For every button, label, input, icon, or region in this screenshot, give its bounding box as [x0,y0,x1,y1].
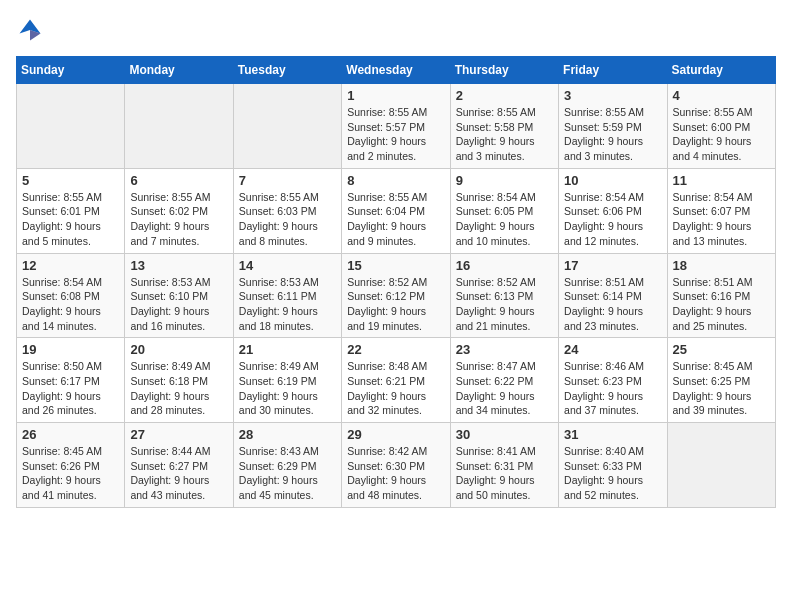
calendar-cell: 15Sunrise: 8:52 AM Sunset: 6:12 PM Dayli… [342,253,450,338]
day-number: 16 [456,258,553,273]
day-number: 25 [673,342,770,357]
day-detail: Sunrise: 8:55 AM Sunset: 6:01 PM Dayligh… [22,190,119,249]
day-detail: Sunrise: 8:46 AM Sunset: 6:23 PM Dayligh… [564,359,661,418]
day-detail: Sunrise: 8:45 AM Sunset: 6:25 PM Dayligh… [673,359,770,418]
calendar-cell: 25Sunrise: 8:45 AM Sunset: 6:25 PM Dayli… [667,338,775,423]
day-number: 11 [673,173,770,188]
calendar-cell: 3Sunrise: 8:55 AM Sunset: 5:59 PM Daylig… [559,84,667,169]
day-detail: Sunrise: 8:54 AM Sunset: 6:07 PM Dayligh… [673,190,770,249]
calendar-cell: 14Sunrise: 8:53 AM Sunset: 6:11 PM Dayli… [233,253,341,338]
day-detail: Sunrise: 8:55 AM Sunset: 5:57 PM Dayligh… [347,105,444,164]
day-detail: Sunrise: 8:51 AM Sunset: 6:16 PM Dayligh… [673,275,770,334]
day-detail: Sunrise: 8:45 AM Sunset: 6:26 PM Dayligh… [22,444,119,503]
calendar-week-row: 12Sunrise: 8:54 AM Sunset: 6:08 PM Dayli… [17,253,776,338]
day-detail: Sunrise: 8:55 AM Sunset: 6:03 PM Dayligh… [239,190,336,249]
day-detail: Sunrise: 8:44 AM Sunset: 6:27 PM Dayligh… [130,444,227,503]
day-number: 10 [564,173,661,188]
calendar-cell: 5Sunrise: 8:55 AM Sunset: 6:01 PM Daylig… [17,168,125,253]
weekday-header: Sunday [17,57,125,84]
calendar-cell: 7Sunrise: 8:55 AM Sunset: 6:03 PM Daylig… [233,168,341,253]
calendar-cell: 11Sunrise: 8:54 AM Sunset: 6:07 PM Dayli… [667,168,775,253]
calendar-cell: 28Sunrise: 8:43 AM Sunset: 6:29 PM Dayli… [233,423,341,508]
calendar-cell: 4Sunrise: 8:55 AM Sunset: 6:00 PM Daylig… [667,84,775,169]
weekday-header: Wednesday [342,57,450,84]
calendar-week-row: 19Sunrise: 8:50 AM Sunset: 6:17 PM Dayli… [17,338,776,423]
day-number: 5 [22,173,119,188]
day-detail: Sunrise: 8:52 AM Sunset: 6:12 PM Dayligh… [347,275,444,334]
calendar-table: SundayMondayTuesdayWednesdayThursdayFrid… [16,56,776,508]
day-detail: Sunrise: 8:43 AM Sunset: 6:29 PM Dayligh… [239,444,336,503]
day-detail: Sunrise: 8:55 AM Sunset: 6:04 PM Dayligh… [347,190,444,249]
calendar-cell: 29Sunrise: 8:42 AM Sunset: 6:30 PM Dayli… [342,423,450,508]
day-detail: Sunrise: 8:47 AM Sunset: 6:22 PM Dayligh… [456,359,553,418]
logo [16,16,48,44]
day-detail: Sunrise: 8:55 AM Sunset: 6:00 PM Dayligh… [673,105,770,164]
day-number: 13 [130,258,227,273]
calendar-cell: 16Sunrise: 8:52 AM Sunset: 6:13 PM Dayli… [450,253,558,338]
day-number: 29 [347,427,444,442]
day-number: 6 [130,173,227,188]
calendar-cell: 2Sunrise: 8:55 AM Sunset: 5:58 PM Daylig… [450,84,558,169]
logo-icon [16,16,44,44]
calendar-week-row: 26Sunrise: 8:45 AM Sunset: 6:26 PM Dayli… [17,423,776,508]
calendar-cell [125,84,233,169]
day-number: 3 [564,88,661,103]
calendar-cell: 19Sunrise: 8:50 AM Sunset: 6:17 PM Dayli… [17,338,125,423]
calendar-cell: 24Sunrise: 8:46 AM Sunset: 6:23 PM Dayli… [559,338,667,423]
calendar-cell: 1Sunrise: 8:55 AM Sunset: 5:57 PM Daylig… [342,84,450,169]
weekday-header: Saturday [667,57,775,84]
weekday-header: Tuesday [233,57,341,84]
day-detail: Sunrise: 8:55 AM Sunset: 5:58 PM Dayligh… [456,105,553,164]
calendar-cell: 8Sunrise: 8:55 AM Sunset: 6:04 PM Daylig… [342,168,450,253]
calendar-cell: 13Sunrise: 8:53 AM Sunset: 6:10 PM Dayli… [125,253,233,338]
day-number: 1 [347,88,444,103]
day-number: 24 [564,342,661,357]
day-detail: Sunrise: 8:54 AM Sunset: 6:06 PM Dayligh… [564,190,661,249]
day-detail: Sunrise: 8:54 AM Sunset: 6:08 PM Dayligh… [22,275,119,334]
calendar-cell [17,84,125,169]
day-number: 2 [456,88,553,103]
page-header [16,16,776,44]
day-detail: Sunrise: 8:51 AM Sunset: 6:14 PM Dayligh… [564,275,661,334]
calendar-cell: 31Sunrise: 8:40 AM Sunset: 6:33 PM Dayli… [559,423,667,508]
calendar-cell: 18Sunrise: 8:51 AM Sunset: 6:16 PM Dayli… [667,253,775,338]
calendar-cell: 27Sunrise: 8:44 AM Sunset: 6:27 PM Dayli… [125,423,233,508]
day-number: 4 [673,88,770,103]
day-detail: Sunrise: 8:49 AM Sunset: 6:18 PM Dayligh… [130,359,227,418]
calendar-cell [667,423,775,508]
weekday-header: Friday [559,57,667,84]
calendar-cell [233,84,341,169]
calendar-body: 1Sunrise: 8:55 AM Sunset: 5:57 PM Daylig… [17,84,776,508]
day-number: 27 [130,427,227,442]
day-number: 8 [347,173,444,188]
day-number: 7 [239,173,336,188]
calendar-cell: 30Sunrise: 8:41 AM Sunset: 6:31 PM Dayli… [450,423,558,508]
day-number: 18 [673,258,770,273]
calendar-cell: 22Sunrise: 8:48 AM Sunset: 6:21 PM Dayli… [342,338,450,423]
day-number: 21 [239,342,336,357]
weekday-header: Thursday [450,57,558,84]
day-detail: Sunrise: 8:50 AM Sunset: 6:17 PM Dayligh… [22,359,119,418]
day-detail: Sunrise: 8:55 AM Sunset: 6:02 PM Dayligh… [130,190,227,249]
day-number: 26 [22,427,119,442]
day-number: 19 [22,342,119,357]
calendar-cell: 10Sunrise: 8:54 AM Sunset: 6:06 PM Dayli… [559,168,667,253]
day-detail: Sunrise: 8:55 AM Sunset: 5:59 PM Dayligh… [564,105,661,164]
calendar-cell: 12Sunrise: 8:54 AM Sunset: 6:08 PM Dayli… [17,253,125,338]
day-number: 28 [239,427,336,442]
calendar-cell: 23Sunrise: 8:47 AM Sunset: 6:22 PM Dayli… [450,338,558,423]
calendar-cell: 17Sunrise: 8:51 AM Sunset: 6:14 PM Dayli… [559,253,667,338]
day-number: 23 [456,342,553,357]
day-detail: Sunrise: 8:49 AM Sunset: 6:19 PM Dayligh… [239,359,336,418]
calendar-cell: 6Sunrise: 8:55 AM Sunset: 6:02 PM Daylig… [125,168,233,253]
day-number: 15 [347,258,444,273]
calendar-cell: 20Sunrise: 8:49 AM Sunset: 6:18 PM Dayli… [125,338,233,423]
day-detail: Sunrise: 8:40 AM Sunset: 6:33 PM Dayligh… [564,444,661,503]
day-detail: Sunrise: 8:48 AM Sunset: 6:21 PM Dayligh… [347,359,444,418]
day-detail: Sunrise: 8:41 AM Sunset: 6:31 PM Dayligh… [456,444,553,503]
calendar-header: SundayMondayTuesdayWednesdayThursdayFrid… [17,57,776,84]
calendar-cell: 21Sunrise: 8:49 AM Sunset: 6:19 PM Dayli… [233,338,341,423]
day-number: 31 [564,427,661,442]
day-detail: Sunrise: 8:52 AM Sunset: 6:13 PM Dayligh… [456,275,553,334]
day-detail: Sunrise: 8:53 AM Sunset: 6:11 PM Dayligh… [239,275,336,334]
